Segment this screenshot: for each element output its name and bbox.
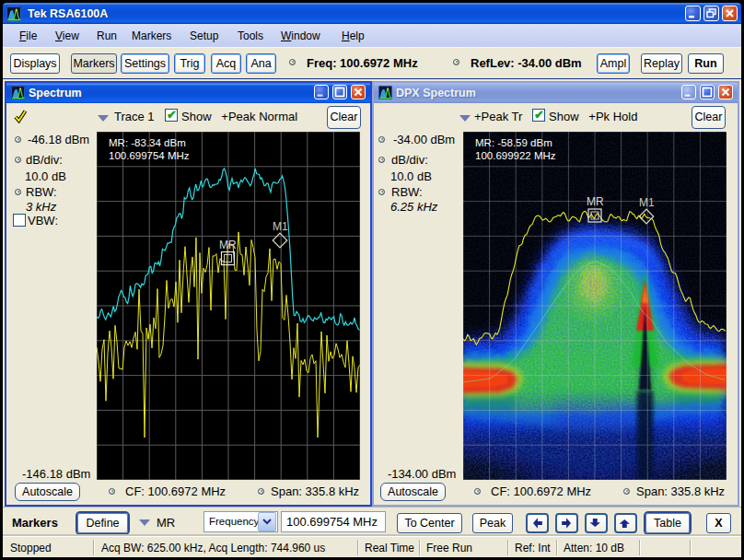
svg-text:M1: M1 bbox=[273, 220, 288, 233]
svg-text:MR: MR bbox=[587, 195, 604, 208]
svg-text:100.699754 MHz: 100.699754 MHz bbox=[109, 150, 190, 161]
svg-text:100.699922 MHz: 100.699922 MHz bbox=[475, 150, 556, 161]
svg-text:MR: MR bbox=[219, 239, 237, 251]
svg-text:MR: -83.34 dBm: MR: -83.34 dBm bbox=[109, 137, 186, 148]
svg-text:M1: M1 bbox=[639, 196, 655, 209]
svg-text:MR: -58.59 dBm: MR: -58.59 dBm bbox=[475, 137, 552, 148]
